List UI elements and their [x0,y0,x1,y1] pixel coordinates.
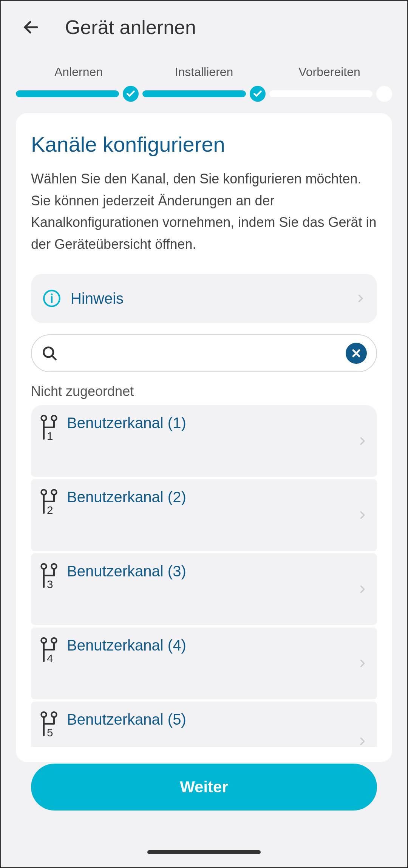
channel-label: Benutzerkanal (1) [67,415,368,432]
svg-text:4: 4 [47,652,53,664]
step-bar-3 [269,90,372,97]
config-card: Kanäle konfigurieren Wählen Sie den Kana… [16,113,392,762]
search-box[interactable] [31,334,377,372]
channel-icon: 1 [39,415,59,443]
hint-row[interactable]: Hinweis [31,274,377,323]
step-dot-1 [123,86,139,102]
channel-item-5[interactable]: 5 Benutzerkanal (5) [31,702,377,747]
card-title: Kanäle konfigurieren [31,132,377,157]
svg-point-21 [51,564,56,569]
step-bar-1 [16,90,119,97]
clear-search-button[interactable] [346,343,367,364]
check-icon [253,89,263,99]
page-title: Gerät anlernen [65,16,196,39]
chevron-right-icon [357,656,368,671]
svg-point-8 [41,416,46,421]
channel-label: Benutzerkanal (2) [67,489,368,506]
step-label-installieren: Installieren [141,65,267,79]
svg-point-27 [51,638,56,643]
check-icon [126,89,136,99]
svg-point-26 [41,638,46,643]
card-description: Wählen Sie den Kanal, den Sie konfigurie… [31,168,377,255]
chevron-right-icon [357,582,368,597]
info-icon [42,289,61,308]
arrow-left-icon [22,18,40,36]
search-icon [41,345,58,362]
svg-point-20 [41,564,46,569]
chevron-right-icon [355,291,366,306]
close-icon [350,347,362,359]
svg-point-15 [51,490,56,495]
unassigned-section-label: Nicht zugeordnet [31,384,377,399]
stepper-progress [1,86,407,102]
stepper-labels: Anlernen Installieren Vorbereiten [1,65,407,79]
hint-label: Hinweis [71,290,346,307]
step-dot-2 [250,86,266,102]
step-bar-2 [142,90,246,97]
continue-button[interactable]: Weiter [31,764,377,811]
chevron-right-icon [357,734,368,747]
svg-point-33 [51,712,56,717]
svg-point-3 [51,293,53,295]
chevron-right-icon [357,433,368,449]
svg-text:5: 5 [47,727,53,738]
svg-line-5 [52,356,56,360]
svg-point-14 [41,490,46,495]
svg-text:1: 1 [47,430,53,441]
step-label-vorbereiten: Vorbereiten [267,65,392,79]
chevron-right-icon [357,508,368,523]
svg-text:3: 3 [47,578,53,590]
channel-icon: 3 [39,563,59,591]
channel-item-3[interactable]: 3 Benutzerkanal (3) [31,553,377,625]
step-dot-3 [376,86,392,102]
channel-item-4[interactable]: 4 Benutzerkanal (4) [31,627,377,699]
channel-icon: 2 [39,489,59,517]
channel-label: Benutzerkanal (5) [67,711,368,728]
channel-icon: 5 [39,711,59,739]
step-label-anlernen: Anlernen [16,65,141,79]
channel-item-1[interactable]: 1 Benutzerkanal (1) [31,405,377,477]
svg-point-9 [51,416,56,421]
channel-item-2[interactable]: 2 Benutzerkanal (2) [31,479,377,551]
svg-text:2: 2 [47,504,53,516]
channel-icon: 4 [39,637,59,665]
channel-list: 1 Benutzerkanal (1) 2 Benutzerkanal (2) [31,405,377,747]
svg-point-32 [41,712,46,717]
search-input[interactable] [65,345,338,361]
back-button[interactable] [20,16,42,39]
channel-label: Benutzerkanal (4) [67,637,368,654]
channel-label: Benutzerkanal (3) [67,563,368,580]
home-indicator[interactable] [147,850,261,854]
